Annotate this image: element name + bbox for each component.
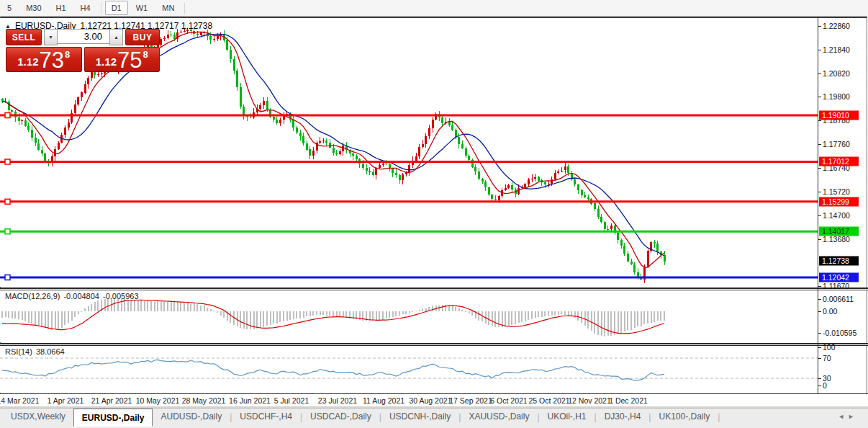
tab-eurusd-daily[interactable]: EURUSD-,Daily — [73, 409, 153, 427]
tab-dj30-h4[interactable]: DJ30-,H4 — [597, 409, 649, 424]
rsi-axis-tick — [818, 385, 821, 386]
tab-separator: | — [718, 412, 720, 422]
price-axis-tick — [818, 239, 821, 240]
toolbar-separator — [101, 3, 101, 14]
tab-xauusd-daily[interactable]: XAUUSD-,Daily — [461, 409, 537, 424]
price-axis-label: 1.17760 — [823, 140, 850, 148]
price-axis-tick — [818, 192, 821, 192]
price-axis-tick — [818, 50, 821, 50]
timeframe-button-W1[interactable]: W1 — [130, 1, 155, 15]
timeframe-button-H4[interactable]: H4 — [74, 1, 97, 15]
tab-usdcad-daily[interactable]: USDCAD-,Daily — [302, 409, 379, 424]
sell-button[interactable]: SELL — [6, 29, 42, 45]
volume-decrement-button[interactable]: ▼ — [44, 29, 58, 45]
date-axis-label: 1 Dec 2021 — [596, 396, 661, 405]
price-axis-label: 1.19800 — [823, 92, 850, 101]
tab-usdcnh-daily[interactable]: USDCNH-,Daily — [381, 409, 458, 424]
price-axis-tick — [818, 168, 821, 169]
price-axis-label: 1.14700 — [823, 211, 850, 220]
rsi-header: RSI(14) 38.0664 — [5, 347, 65, 356]
buy-button[interactable]: BUY — [125, 29, 160, 45]
rsi-axis-tick — [818, 358, 821, 359]
price-axis-tick — [818, 73, 821, 74]
rsi-indicator-panel[interactable] — [0, 346, 818, 393]
tab-ukoil-h1[interactable]: UKOil-,H1 — [540, 409, 595, 424]
timeframe-button-H1[interactable]: H1 — [50, 1, 73, 15]
buy-price-pip: 8 — [143, 49, 148, 60]
price-axis-label: 1.11670 — [823, 282, 849, 290]
price-level-badge: 1.12042 — [819, 273, 859, 282]
price-axis-label: 1.15720 — [823, 187, 850, 196]
chart-frame-right-border — [867, 17, 867, 393]
price-level-badge: 1.19010 — [819, 111, 859, 120]
sell-price-main: 73 — [39, 51, 63, 70]
rsi-label: RSI(14) — [5, 347, 32, 356]
macd-value: -0.004804 — [63, 292, 99, 300]
price-level-badge: 1.15299 — [819, 197, 859, 207]
rsi-axis-label: 70 — [823, 354, 831, 362]
macd-axis-label: 0.006611 — [823, 295, 854, 303]
sell-price-prefix: 1.12 — [17, 55, 38, 68]
macd-axis-tick — [818, 311, 821, 312]
tab-scroll-right-icon[interactable]: ► — [848, 413, 858, 420]
buy-price-main: 75 — [117, 51, 142, 70]
toolbar-separator — [184, 3, 185, 14]
price-axis-label: 1.20820 — [823, 69, 850, 78]
macd-header: MACD(12,26,9) -0.004804 -0.005963 — [5, 292, 139, 300]
macd-axis-label: -0.010595 — [823, 329, 856, 337]
timeframe-button-5[interactable]: 5 — [1, 1, 18, 15]
macd-signal-value: -0.005963 — [103, 292, 139, 300]
price-axis-tick — [818, 26, 821, 27]
macd-axis-tick — [818, 333, 821, 334]
price-axis-label: 1.21840 — [823, 45, 850, 54]
rsi-axis-tick — [818, 347, 821, 348]
date-axis[interactable]: 14 Mar 20211 Apr 202121 Apr 202110 May 2… — [0, 394, 868, 406]
price-axis-tick — [818, 286, 821, 287]
price-axis-border — [818, 18, 818, 393]
macd-axis-label: 0.00 — [823, 307, 837, 316]
price-axis-tick — [818, 215, 821, 216]
tab-scroll-arrows[interactable]: ◄► — [838, 413, 858, 420]
rsi-axis-label: 0 — [823, 381, 827, 390]
tab-usdchf-h4[interactable]: USDCHF-,H4 — [232, 409, 300, 424]
one-click-trading-widget: SELL ▼ 3.00 ▲ BUY 1.12 73 8 1.12 75 8 — [6, 29, 160, 72]
macd-axis-tick — [818, 299, 821, 300]
price-level-badge: 1.14017 — [819, 227, 859, 236]
volume-increment-button[interactable]: ▲ — [109, 29, 123, 45]
price-axis-tick — [818, 144, 821, 145]
volume-input[interactable]: 3.00 — [58, 29, 109, 44]
rsi-axis-tick — [818, 378, 821, 379]
timeframe-button-M30[interactable]: M30 — [19, 1, 48, 15]
trading-terminal-window: 5M30H1H4D1W1MN ▲ EURUSD-,Daily 1.12721 1… — [0, 0, 868, 428]
price-axis-tick — [818, 97, 821, 97]
rsi-axis-label: 100 — [823, 343, 836, 352]
timeframe-toolbar: 5M30H1H4D1W1MN — [0, 0, 868, 17]
price-axis-tick — [818, 120, 821, 121]
price-level-badge: 1.17012 — [819, 157, 859, 166]
sell-price-pip: 8 — [65, 49, 70, 60]
buy-price-display[interactable]: 1.12 75 8 — [84, 47, 161, 72]
tab-usdx-weekly[interactable]: USDX,Weekly — [3, 409, 73, 424]
price-axis-label: 1.13680 — [823, 235, 850, 244]
rsi-value: 38.0664 — [36, 347, 65, 356]
timeframe-button-MN[interactable]: MN — [155, 1, 181, 15]
price-level-badge: 1.12738 — [819, 257, 859, 266]
chart-tab-bar: USDX,WeeklyEURUSD-,DailyAUDUSD-,Daily|US… — [0, 408, 868, 428]
tab-uk100-daily[interactable]: UK100-,Daily — [651, 409, 718, 424]
tab-scroll-left-icon[interactable]: ◄ — [838, 413, 848, 420]
buy-price-prefix: 1.12 — [96, 55, 117, 68]
macd-label: MACD(12,26,9) — [5, 292, 60, 300]
timeframe-button-D1-active[interactable]: D1 — [105, 1, 128, 15]
sell-price-display[interactable]: 1.12 73 8 — [6, 47, 82, 72]
price-axis-label: 1.22860 — [823, 22, 850, 30]
tab-audusd-daily[interactable]: AUDUSD-,Daily — [153, 409, 230, 424]
